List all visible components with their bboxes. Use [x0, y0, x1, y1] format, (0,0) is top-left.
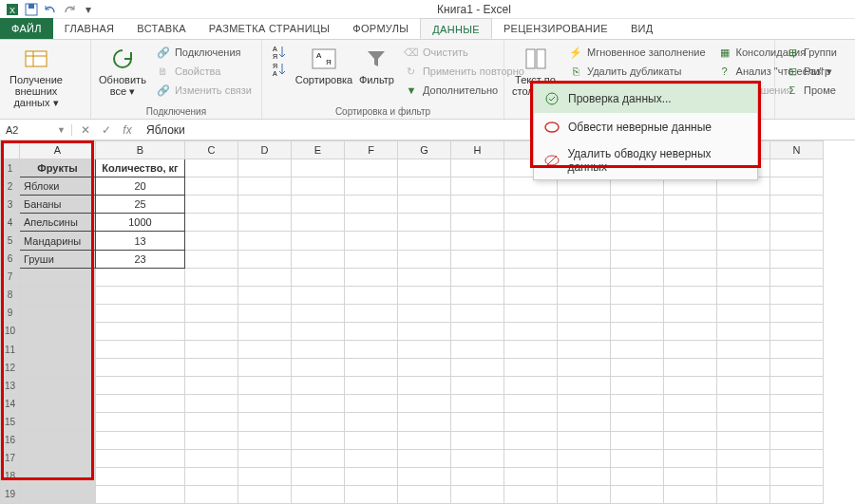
cell[interactable]	[451, 268, 504, 286]
cell[interactable]	[398, 449, 451, 467]
row-header[interactable]: 9	[1, 304, 20, 322]
cell[interactable]	[558, 268, 611, 286]
cell[interactable]	[451, 322, 504, 340]
redo-icon[interactable]	[61, 1, 78, 18]
cell[interactable]	[504, 196, 558, 214]
tab-data[interactable]: ДАННЫЕ	[420, 18, 492, 39]
cell[interactable]	[185, 449, 238, 467]
row-header[interactable]: 13	[1, 377, 20, 395]
cell[interactable]	[398, 196, 451, 214]
cell[interactable]	[451, 467, 504, 485]
cell[interactable]	[238, 485, 292, 503]
cell[interactable]	[398, 304, 451, 322]
cell[interactable]	[238, 232, 292, 250]
cell[interactable]	[451, 214, 504, 232]
cell[interactable]	[96, 322, 185, 340]
cell[interactable]	[504, 377, 558, 395]
cell[interactable]	[451, 159, 504, 177]
tab-file[interactable]: ФАЙЛ	[0, 18, 53, 39]
column-header[interactable]: H	[451, 141, 504, 159]
cell[interactable]	[770, 322, 824, 340]
cell[interactable]	[611, 286, 664, 304]
cell[interactable]	[345, 304, 398, 322]
cell[interactable]	[770, 286, 824, 304]
cell[interactable]	[292, 485, 345, 503]
cell[interactable]	[345, 395, 398, 413]
column-header[interactable]: G	[398, 141, 451, 159]
cell[interactable]	[558, 449, 611, 467]
row-header[interactable]: 2	[1, 177, 20, 196]
cell[interactable]	[611, 250, 664, 268]
cell[interactable]	[398, 431, 451, 449]
group-rows-button[interactable]: ⊞Группи	[781, 44, 841, 61]
cell[interactable]	[96, 413, 185, 431]
cell[interactable]	[504, 395, 558, 413]
cell[interactable]	[238, 449, 292, 467]
cell[interactable]	[770, 341, 824, 359]
cell[interactable]	[20, 449, 96, 467]
cell[interactable]	[558, 250, 611, 268]
cell[interactable]	[96, 449, 185, 467]
cell[interactable]	[664, 449, 717, 467]
row-header[interactable]: 7	[1, 268, 20, 286]
cell[interactable]	[238, 286, 292, 304]
cell[interactable]	[611, 322, 664, 340]
remove-duplicates-button[interactable]: ⎘Удалить дубликаты	[564, 63, 710, 80]
cell[interactable]	[185, 250, 238, 268]
get-external-data-button[interactable]: Получение внешних данных ▾	[6, 44, 66, 110]
cell[interactable]	[611, 359, 664, 377]
cell[interactable]	[611, 467, 664, 485]
cell[interactable]	[398, 286, 451, 304]
cell[interactable]	[504, 304, 558, 322]
cell[interactable]	[664, 304, 717, 322]
cell[interactable]: Груши	[20, 250, 96, 268]
cell[interactable]	[504, 467, 558, 485]
cell[interactable]	[611, 449, 664, 467]
cell[interactable]	[292, 268, 345, 286]
cell[interactable]	[717, 232, 770, 250]
cell[interactable]	[504, 286, 558, 304]
row-header[interactable]: 1	[1, 159, 20, 177]
cell[interactable]	[185, 467, 238, 485]
cell[interactable]	[20, 322, 96, 340]
row-header[interactable]: 18	[1, 467, 20, 485]
cell[interactable]	[451, 359, 504, 377]
cell[interactable]	[558, 214, 611, 232]
cell[interactable]: Количество, кг	[96, 159, 185, 177]
cell[interactable]	[185, 341, 238, 359]
cell[interactable]	[238, 359, 292, 377]
cell[interactable]	[20, 341, 96, 359]
dv-circle-item[interactable]: Обвести неверные данные	[534, 113, 757, 141]
cell[interactable]	[611, 304, 664, 322]
cell[interactable]	[611, 377, 664, 395]
cell[interactable]	[611, 196, 664, 214]
column-header[interactable]: B	[96, 141, 185, 159]
cell[interactable]	[345, 232, 398, 250]
cell[interactable]: 23	[96, 250, 185, 268]
cell[interactable]	[717, 322, 770, 340]
cell[interactable]	[770, 232, 824, 250]
cell[interactable]	[345, 359, 398, 377]
fx-icon[interactable]: fx	[120, 123, 135, 137]
cell[interactable]	[398, 467, 451, 485]
cell[interactable]	[664, 232, 717, 250]
cell[interactable]	[770, 304, 824, 322]
cell[interactable]	[292, 177, 345, 196]
cell[interactable]	[717, 431, 770, 449]
connections-button[interactable]: 🔗Подключения	[152, 44, 256, 61]
cell[interactable]	[664, 413, 717, 431]
cell[interactable]	[96, 268, 185, 286]
cell[interactable]	[398, 214, 451, 232]
cell[interactable]	[345, 341, 398, 359]
cell[interactable]	[451, 196, 504, 214]
cell[interactable]	[398, 268, 451, 286]
cell[interactable]	[238, 322, 292, 340]
cell[interactable]	[664, 214, 717, 232]
cell[interactable]	[717, 449, 770, 467]
row-header[interactable]: 12	[1, 359, 20, 377]
cell[interactable]	[398, 250, 451, 268]
cell[interactable]	[504, 322, 558, 340]
cell[interactable]	[664, 286, 717, 304]
cell[interactable]	[398, 159, 451, 177]
cell[interactable]	[20, 395, 96, 413]
